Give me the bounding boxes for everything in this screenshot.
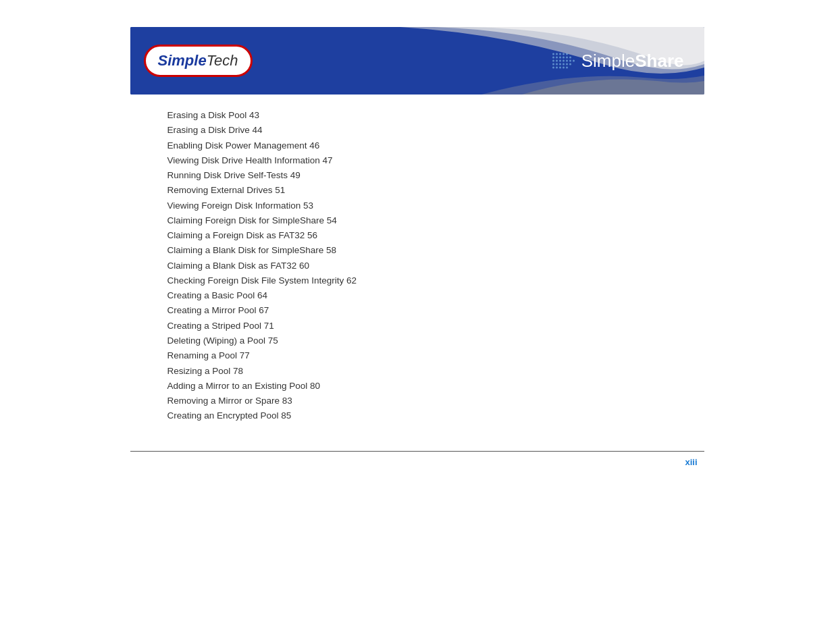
content-area: Erasing a Disk Pool 43Erasing a Disk Dri… (130, 95, 704, 437)
logo-tech-text: Tech (207, 52, 238, 70)
toc-item: Erasing a Disk Pool 43 (167, 108, 677, 123)
toc-item: Claiming a Blank Disk for SimpleShare 58 (167, 243, 677, 258)
toc-item: Creating a Striped Pool 71 (167, 319, 677, 333)
toc-item: Viewing Foreign Disk Information 53 (167, 198, 677, 213)
logo-left: SimpleTech (144, 45, 253, 77)
toc-item: Claiming a Foreign Disk as FAT32 56 (167, 228, 677, 243)
toc-item: Erasing a Disk Drive 44 (167, 123, 677, 138)
toc-item: Renaming a Pool 77 (167, 348, 677, 363)
toc-item: Creating a Mirror Pool 67 (167, 303, 677, 318)
toc-item: Checking Foreign Disk File System Integr… (167, 273, 677, 288)
toc-item: Claiming a Blank Disk as FAT32 60 (167, 259, 677, 273)
page-number: xiii (130, 452, 704, 467)
toc-item: Removing External Drives 51 (167, 183, 677, 198)
simpleshare-share: Share (635, 51, 683, 71)
toc-item: Creating a Basic Pool 64 (167, 288, 677, 303)
dots-decoration (552, 53, 575, 69)
simpleshare-logo: SimpleShare (581, 51, 684, 72)
simpleshare-simple: Simple (581, 51, 635, 71)
toc-list: Erasing a Disk Pool 43Erasing a Disk Dri… (167, 108, 677, 424)
toc-item: Creating an Encrypted Pool 85 (167, 408, 677, 423)
header-banner: SimpleTech (130, 27, 704, 95)
logo-right: SimpleShare (552, 51, 684, 72)
toc-item: Adding a Mirror to an Existing Pool 80 (167, 379, 677, 394)
logo-simple-text: Simple (158, 52, 207, 70)
toc-item: Viewing Disk Drive Health Information 47 (167, 153, 677, 168)
toc-item: Removing a Mirror or Spare 83 (167, 394, 677, 408)
logo-oval: SimpleTech (144, 45, 253, 77)
toc-item: Claiming Foreign Disk for SimpleShare 54 (167, 213, 677, 228)
toc-item: Deleting (Wiping) a Pool 75 (167, 333, 677, 348)
toc-item: Running Disk Drive Self-Tests 49 (167, 168, 677, 183)
toc-item: Enabling Disk Power Management 46 (167, 138, 677, 153)
page-container: SimpleTech (130, 27, 704, 467)
toc-item: Resizing a Pool 78 (167, 364, 677, 379)
